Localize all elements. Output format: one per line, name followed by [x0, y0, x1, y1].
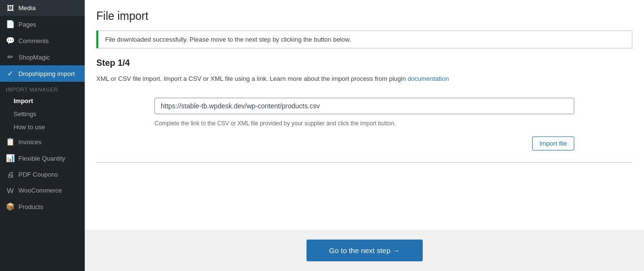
next-step-row: Go to the next step →: [85, 230, 644, 271]
sidebar-sub-item-import[interactable]: Import: [0, 94, 85, 107]
sidebar-sub-item-how-to-use[interactable]: How to use: [0, 120, 85, 134]
helper-text: Complete the link to the CSV or XML file…: [96, 120, 632, 127]
sidebar-item-flexible-quantity[interactable]: 📊 Flexible Quantity: [0, 150, 85, 166]
sidebar-item-label: Flexible Quantity: [18, 155, 65, 162]
sidebar-item-pages[interactable]: 📄 Pages: [0, 16, 85, 32]
pages-icon: 📄: [6, 20, 15, 29]
woocommerce-icon: W: [6, 186, 15, 195]
documentation-link[interactable]: documentation: [408, 75, 449, 82]
sidebar-item-products[interactable]: 📦 Products: [0, 198, 85, 215]
import-file-button[interactable]: Import file: [532, 136, 574, 151]
success-notice: File downloaded successfully. Please mov…: [96, 30, 632, 48]
main-content: File import File downloaded successfully…: [85, 0, 644, 271]
sidebar: 🖼 Media 📄 Pages 💬 Comments ✏ ShopMagic ✓…: [0, 0, 85, 271]
settings-label: Settings: [14, 110, 36, 118]
page-title: File import: [96, 10, 632, 23]
dropshipping-icon: ✓: [6, 69, 15, 78]
sidebar-item-dropshipping[interactable]: ✓ Dropshipping import: [0, 65, 85, 82]
sidebar-item-label: Media: [18, 4, 35, 12]
sidebar-item-label: ShopMagic: [18, 54, 50, 61]
sidebar-item-label: WooCommerce: [18, 187, 62, 194]
invoices-icon: 📋: [6, 137, 15, 146]
sidebar-item-invoices[interactable]: 📋 Invoices: [0, 134, 85, 150]
products-icon: 📦: [6, 202, 15, 211]
url-input[interactable]: [154, 98, 574, 114]
import-label: Import: [14, 97, 33, 105]
description: XML or CSV file import. Import a CSV or …: [96, 74, 632, 84]
sidebar-item-label: Dropshipping import: [18, 70, 75, 77]
sidebar-item-label: Invoices: [18, 138, 42, 146]
comments-icon: 💬: [6, 36, 15, 45]
sidebar-item-media[interactable]: 🖼 Media: [0, 0, 85, 16]
media-icon: 🖼: [6, 4, 15, 12]
url-input-row: [96, 98, 632, 114]
flexible-quantity-icon: 📊: [6, 154, 15, 163]
sidebar-item-comments[interactable]: 💬 Comments: [0, 32, 85, 49]
content-area: File import File downloaded successfully…: [85, 0, 644, 230]
next-step-button[interactable]: Go to the next step →: [307, 240, 423, 261]
import-btn-row: Import file: [96, 136, 632, 151]
step-title: Step 1/4: [96, 58, 632, 68]
divider: [96, 162, 632, 163]
import-manager-label: Import Manager: [0, 82, 85, 94]
shopmagic-icon: ✏: [6, 53, 15, 61]
how-to-use-label: How to use: [14, 123, 45, 131]
sidebar-sub-item-settings[interactable]: Settings: [0, 107, 85, 120]
description-text: XML or CSV file import. Import a CSV or …: [96, 75, 406, 82]
sidebar-item-label: PDF Coupons: [18, 171, 58, 178]
sidebar-item-label: Pages: [18, 21, 36, 28]
pdf-coupons-icon: 🖨: [6, 170, 15, 179]
sidebar-item-woocommerce[interactable]: W WooCommerce: [0, 182, 85, 198]
sidebar-item-label: Comments: [18, 37, 49, 45]
sidebar-item-shopmagic[interactable]: ✏ ShopMagic: [0, 49, 85, 65]
sidebar-item-pdf-coupons[interactable]: 🖨 PDF Coupons: [0, 166, 85, 182]
sidebar-item-label: Products: [18, 203, 43, 211]
